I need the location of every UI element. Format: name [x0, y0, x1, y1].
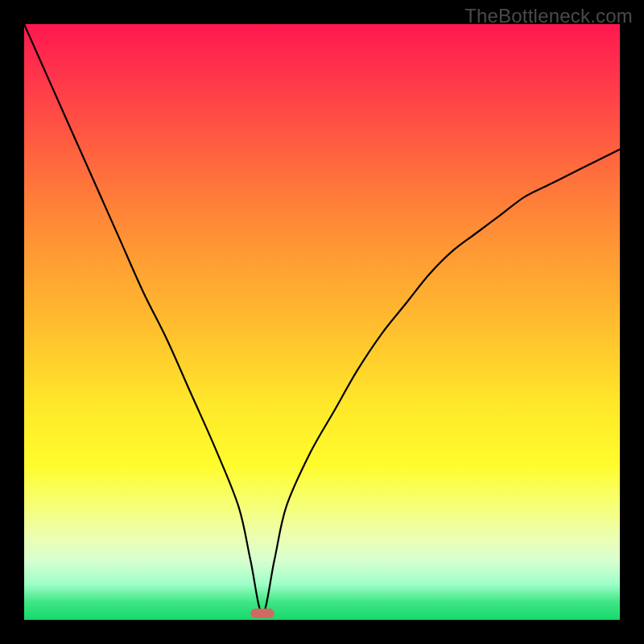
min-marker	[250, 609, 275, 618]
chart-frame: TheBottleneck.com	[0, 0, 644, 644]
plot-area	[24, 24, 620, 620]
watermark-text: TheBottleneck.com	[464, 5, 633, 27]
bottleneck-curve	[24, 24, 620, 614]
curve-svg	[24, 24, 620, 620]
